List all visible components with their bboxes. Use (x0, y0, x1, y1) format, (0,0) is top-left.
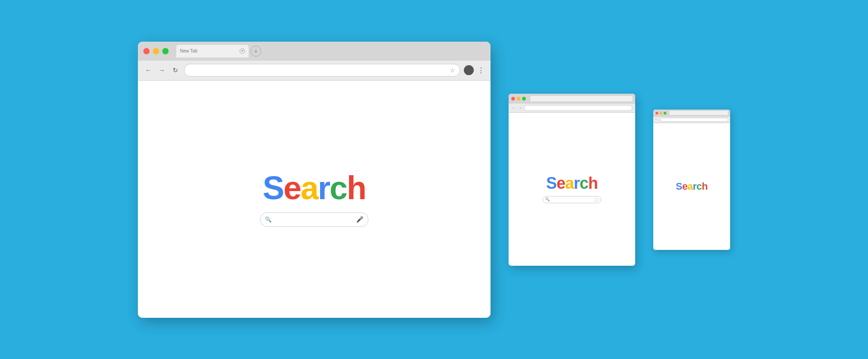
letter-a: a (301, 170, 318, 206)
mic-icon-med[interactable]: ◯ (594, 197, 599, 201)
traffic-light-med-yellow[interactable] (517, 97, 520, 101)
nav-bar-small: ← (653, 117, 730, 123)
bookmark-icon[interactable]: ☆ (450, 67, 455, 74)
letter-c: c (330, 170, 347, 206)
traffic-light-sm-yellow[interactable] (660, 112, 662, 115)
traffic-light-red[interactable] (143, 48, 150, 54)
letter-r-sm: r (693, 181, 696, 192)
browser-tab[interactable]: New Tab ✕ (176, 45, 249, 57)
tab-close-button[interactable]: ✕ (240, 48, 245, 54)
letter-S: S (263, 170, 283, 206)
traffic-light-sm-green[interactable] (664, 112, 666, 115)
search-icon-large: 🔍 (265, 216, 272, 223)
forward-button[interactable]: → (157, 65, 167, 75)
address-bar-med[interactable] (524, 105, 632, 111)
letter-e-sm: e (682, 181, 688, 192)
search-logo-small: Search (676, 182, 708, 191)
letter-c-sm: c (697, 181, 702, 192)
nav-bar-medium: ← → (509, 104, 635, 113)
letter-h-med: h (588, 174, 598, 192)
back-button[interactable]: ← (143, 65, 153, 75)
traffic-light-sm-red[interactable] (656, 112, 658, 115)
tab-label: New Tab (180, 48, 198, 53)
search-icon-med: 🔍 (545, 197, 550, 201)
browser-small: ← Search (653, 110, 730, 250)
letter-a-med: a (565, 174, 574, 192)
traffic-light-med-red[interactable] (511, 97, 515, 101)
traffic-light-med-green[interactable] (522, 97, 526, 101)
title-bar-small (653, 110, 730, 117)
letter-S-med: S (546, 174, 557, 192)
letter-r: r (318, 170, 330, 206)
tab-med (530, 96, 632, 101)
forward-button-med[interactable]: → (518, 105, 522, 110)
letter-e-med: e (557, 174, 565, 192)
letter-e: e (283, 170, 301, 206)
reload-button[interactable]: ↻ (170, 65, 180, 75)
search-logo-large: Search (263, 172, 366, 204)
back-button-med[interactable]: ← (511, 105, 516, 110)
search-input-med[interactable]: 🔍 ◯ (542, 196, 601, 203)
back-button-sm[interactable]: ← (655, 118, 659, 121)
nav-bar-large: ← → ↻ ☆ ⋮ (138, 61, 491, 81)
search-input-large[interactable]: 🔍 🎤 (260, 212, 368, 227)
title-bar-large: New Tab ✕ + (138, 42, 491, 61)
letter-h-sm: h (702, 181, 708, 192)
letter-c-med: c (580, 174, 588, 192)
tab-area: New Tab ✕ + (176, 45, 261, 57)
address-bar[interactable]: ☆ (184, 64, 460, 77)
letter-S-sm: S (676, 181, 682, 192)
menu-dots[interactable]: ⋮ (477, 66, 485, 75)
browser-content-medium: Search 🔍 ◯ (509, 113, 635, 266)
letter-r-med: r (574, 174, 580, 192)
input-line (274, 219, 354, 220)
traffic-light-yellow[interactable] (153, 48, 159, 54)
scene: New Tab ✕ + ← → ↻ ☆ ⋮ Search 🔍 (111, 33, 757, 327)
new-tab-button[interactable]: + (250, 46, 261, 57)
search-logo-medium: Search (546, 175, 598, 191)
address-bar-xs[interactable] (660, 118, 728, 122)
letter-a-sm: a (688, 181, 693, 192)
browser-content-large: Search 🔍 🎤 (138, 81, 491, 318)
browser-content-small: Search (653, 123, 730, 250)
letter-h: h (347, 170, 366, 206)
title-bar-medium (509, 94, 635, 104)
traffic-light-green[interactable] (162, 48, 169, 54)
browser-medium: ← → Search 🔍 ◯ (509, 94, 635, 266)
mic-icon[interactable]: 🎤 (356, 216, 363, 223)
profile-icon[interactable] (464, 65, 474, 75)
tab-sm (670, 111, 728, 115)
browser-large: New Tab ✕ + ← → ↻ ☆ ⋮ Search 🔍 (138, 42, 491, 318)
